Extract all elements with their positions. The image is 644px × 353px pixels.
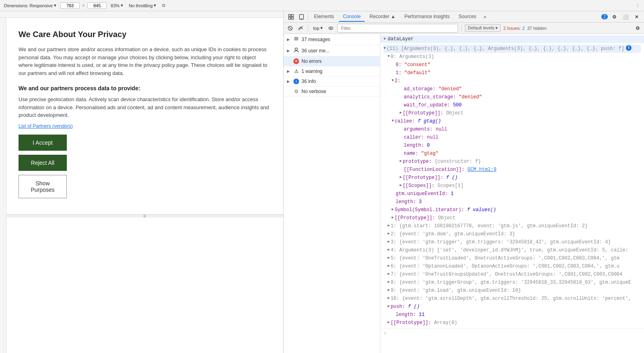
tree-item-0: 0: Arguments(3)	[384, 53, 641, 61]
tree-item-6[interactable]: 6: {event: 'OptanonLoaded', OptanonActiv…	[384, 262, 641, 270]
console-divider1	[308, 25, 308, 31]
expand-icon	[287, 59, 291, 63]
expand-9-icon[interactable]	[388, 287, 390, 293]
svg-rect-2	[289, 17, 291, 19]
expand-scopes-icon[interactable]	[400, 182, 402, 189]
svg-point-14	[295, 48, 297, 50]
expand-arrow[interactable]	[384, 37, 388, 41]
collapse-2-icon[interactable]	[392, 77, 394, 84]
clear-console-icon[interactable]	[286, 24, 294, 32]
filter-input[interactable]	[337, 24, 458, 33]
filter-user-messages[interactable]: 36 user me...	[284, 45, 380, 56]
tree-item-0-2: 2:	[384, 77, 641, 85]
item-10-text: 10: {event: 'gtm.scrollDepth', gtm.scrol…	[390, 295, 631, 302]
filter-verbose[interactable]: ⚙ No verbose	[284, 87, 380, 97]
zoom-selector[interactable]: 83% ▾	[109, 2, 125, 9]
dock-icon[interactable]: ⬜	[621, 12, 630, 22]
device-icon[interactable]	[297, 12, 306, 22]
expand-5-icon[interactable]	[388, 255, 390, 261]
collapse-callee-icon[interactable]	[392, 118, 394, 124]
resize-handle[interactable]: ≡	[6, 214, 283, 218]
tree-item-10[interactable]: 10: {event: 'gtm.scrollDepth', gtm.scrol…	[384, 295, 641, 303]
filter-all-messages[interactable]: 37 messages	[284, 34, 380, 45]
issues-count: 2	[522, 26, 525, 31]
height-input[interactable]	[87, 2, 107, 9]
tab-console[interactable]: Console	[339, 12, 365, 22]
user-messages-label: 36 user me...	[301, 48, 330, 54]
expand-7-icon[interactable]	[388, 271, 390, 277]
filter-errors[interactable]: ✕ No errors	[284, 56, 380, 66]
list-icon	[293, 36, 299, 43]
expand-1-icon[interactable]	[388, 222, 390, 229]
tree-item-length-11: length: 11	[384, 311, 641, 319]
hide-network-icon[interactable]	[297, 24, 305, 32]
console-body: 37 messages 36 user me... ✕ No errors	[284, 34, 644, 353]
tree-item-9[interactable]: 9: {event: 'gtm.load', gtm.uniqueEventId…	[384, 287, 641, 295]
issues-label[interactable]: 2 Issues: 2	[503, 26, 524, 31]
reject-button[interactable]: Reject All	[19, 155, 67, 171]
svg-point-10	[330, 27, 332, 29]
default-levels-button[interactable]: Default levels ▾	[465, 24, 501, 32]
expand-prototype-icon[interactable]	[400, 158, 402, 164]
vertical-ruler	[0, 18, 6, 353]
devtools-nav: Elements Console Recorder ▲ Performance …	[284, 11, 644, 23]
tree-item-4[interactable]: 4: Arguments(3) ['set', 'developer_id.dY…	[384, 246, 641, 254]
expand-icon	[287, 37, 291, 42]
dimensions-selector[interactable]: Dimensions: Responsive ▾	[2, 2, 58, 9]
top-selector[interactable]: top ▾	[312, 25, 324, 31]
tree-item-push[interactable]: push: f ()	[384, 303, 641, 311]
filter-info[interactable]: i 36 info	[284, 77, 380, 87]
expand-10-icon[interactable]	[388, 295, 390, 301]
filter-warnings[interactable]: ⚠ 1 warning	[284, 66, 380, 77]
collapse-icon[interactable]	[384, 45, 386, 52]
tab-performance-insights[interactable]: Performance insights	[400, 12, 454, 22]
more-options-icon[interactable]: ⋮	[634, 2, 642, 9]
inspect-icon[interactable]	[286, 12, 296, 22]
tab-elements[interactable]: Elements	[310, 12, 338, 22]
expand-symbol-icon[interactable]	[392, 206, 394, 213]
tree-item-2[interactable]: 2: {event: 'gtm.dom', gtm.uniqueEventId:…	[384, 230, 641, 238]
expand-2-icon[interactable]	[388, 230, 390, 237]
expand-proto-icon[interactable]	[400, 110, 402, 116]
console-settings-icon[interactable]: ⚙	[634, 24, 642, 32]
tree-item-callee: callee: f gtag()	[384, 117, 641, 125]
show-purposes-button[interactable]: Show Purposes	[19, 175, 67, 198]
chevron-down-icon: ▾	[121, 3, 123, 8]
expand-push-icon[interactable]	[388, 303, 390, 309]
tree-item-5[interactable]: 5: {event: 'OneTrustLoaded', OnetrustAct…	[384, 254, 641, 262]
tab-sources[interactable]: Sources	[454, 12, 480, 22]
tree-item-3[interactable]: 3: {event: 'gtm.trigger', gtm.triggers: …	[384, 238, 641, 246]
network-conditions-icon[interactable]: ⊙	[160, 2, 167, 9]
close-icon[interactable]: ✕	[632, 12, 642, 22]
expand-4-icon[interactable]	[388, 247, 390, 253]
expand-8-icon[interactable]	[388, 279, 390, 285]
expand-array-proto-icon[interactable]	[388, 319, 390, 326]
item-4-text: 4: Arguments(3) ['set', 'developer_id.dY…	[390, 247, 628, 254]
expand-icon[interactable]	[400, 174, 402, 181]
item-9-text: 9: {event: 'gtm.load', gtm.uniqueEventId…	[390, 287, 521, 294]
tree-item-1[interactable]: 1: {gtm.start: 1681902167778, event: 'gt…	[384, 222, 641, 230]
expand-icon	[287, 89, 291, 93]
expand-6-icon[interactable]	[388, 263, 390, 269]
tree-summary-line: (11) [Arguments(3), {…}, {…}, {…}, Argum…	[384, 45, 641, 53]
item-6-text: 6: {event: 'OptanonLoaded', OptanonActiv…	[390, 263, 619, 270]
tab-recorder[interactable]: Recorder ▲	[365, 12, 400, 22]
expand-proto-top-icon[interactable]	[392, 214, 394, 221]
width-input[interactable]	[60, 2, 80, 9]
verbose-label: No verbose	[301, 89, 326, 94]
eye-icon[interactable]	[327, 24, 335, 32]
throttling-selector[interactable]: No throttling ▾	[127, 2, 158, 9]
tree-item-7[interactable]: 7: {event: 'OneTrustGroupsUpdated', Onet…	[384, 270, 641, 278]
tree-item-8[interactable]: 8: {event: 'gtm.triggerGroup', gtm.trigg…	[384, 278, 641, 287]
datalayer-header-row[interactable]: dataLayer	[380, 35, 644, 43]
issues-badge[interactable]: 2	[601, 14, 608, 19]
settings-icon[interactable]: ⚙	[609, 12, 619, 22]
collapse-0-icon[interactable]	[388, 53, 390, 60]
expand-3-icon[interactable]	[388, 239, 390, 245]
tree-item-prototype-array[interactable]: [[Prototype]]: Array(0)	[384, 319, 641, 327]
partners-link[interactable]: List of Partners (vendors)	[19, 123, 73, 129]
nav-actions: 2 ⚙ ⬜ ✕	[601, 12, 642, 22]
accept-button[interactable]: I Accept	[19, 135, 67, 151]
more-tabs-button[interactable]: »	[481, 12, 489, 21]
hidden-count: 37 hidden	[527, 26, 547, 31]
